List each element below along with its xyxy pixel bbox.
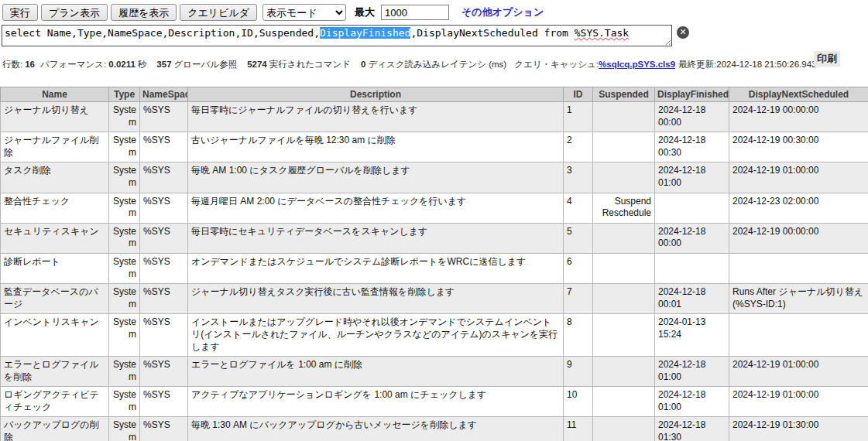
cell-name: 診断レポート: [1, 253, 109, 283]
cell-namespace: %SYS: [140, 417, 188, 441]
column-header-displaynextscheduled: DisplayNextScheduled: [729, 87, 868, 102]
resize-handle-icon[interactable]: [664, 38, 671, 45]
table-row: タスク削除System%SYS毎晩 AM 1:00 にタスク履歴グローバルを削除…: [1, 162, 868, 193]
column-header-type: Type: [109, 87, 140, 102]
stats-label: パフォーマンス:: [40, 60, 106, 69]
stats-label: 秒: [138, 60, 147, 69]
cell-suspended: [593, 162, 655, 193]
max-rows-label: 最大: [355, 5, 375, 19]
column-header-namespace: NameSpace: [140, 87, 188, 102]
more-options-link[interactable]: その他オプション: [461, 5, 544, 19]
cell-suspended: [593, 357, 655, 387]
show-plan-button[interactable]: プラン表示: [41, 4, 108, 21]
cell-namespace: %SYS: [140, 253, 188, 283]
cell-id: 5: [564, 223, 593, 253]
cell-id: 6: [564, 253, 593, 283]
sql-editor-row: select Name,Type,NameSpace,Description,I…: [2, 25, 868, 48]
stats-segment: 357グローバル参照: [154, 60, 242, 69]
cell-next: 2024-12-19 00:00:00: [729, 102, 868, 132]
cell-next: 2024-12-19 00:30:00: [729, 132, 868, 162]
stats-segment: パフォーマンス:0.0211秒: [40, 60, 151, 69]
max-rows-input[interactable]: [381, 5, 449, 20]
cell-suspended: [593, 223, 655, 253]
column-header-name: Name: [1, 87, 109, 102]
display-mode-select[interactable]: 表示モード: [262, 4, 346, 21]
results-table-body: ジャーナル切り替えSystem%SYS毎日零時にジャーナルファイルの切り替えを行…: [1, 102, 868, 441]
cell-type: System: [109, 387, 140, 417]
cell-type: System: [109, 102, 140, 132]
cell-namespace: %SYS: [140, 314, 188, 357]
cell-name: セキュリティスキャン: [1, 223, 109, 253]
stats-value: 16: [25, 60, 35, 69]
cell-finished: [655, 193, 729, 223]
cell-type: System: [109, 284, 140, 314]
cell-type: System: [109, 162, 140, 193]
sql-input[interactable]: select Name,Type,NameSpace,Description,I…: [2, 25, 672, 46]
cell-id: 8: [564, 314, 593, 357]
cell-namespace: %SYS: [140, 193, 188, 223]
cell-finished: 2024-12-18 01:30: [655, 417, 729, 441]
cell-next: 2024-12-19 00:00:00: [729, 223, 868, 253]
cell-type: System: [109, 132, 140, 162]
table-row: 診断レポートSystem%SYSオンデマンドまたはスケジュールでシステム診断レポ…: [1, 253, 868, 283]
cell-description: オンデマンドまたはスケジュールでシステム診断レポートをWRCに送信します: [188, 253, 564, 283]
stats-label: 最終更新:2024-12-18 21:50:26.943: [678, 60, 816, 69]
cell-id: 10: [564, 387, 593, 417]
table-row: エラーとログファイルを削除System%SYSエラーとログファイルを 1:00 …: [1, 357, 868, 387]
cell-description: ジャーナル切り替えタスク実行後に古い監査情報を削除します: [188, 284, 564, 314]
cell-finished: 2024-12-18 01:00: [655, 387, 729, 417]
cell-description: 毎晩 AM 1:00 にタスク履歴グローバルを削除します: [188, 162, 564, 193]
table-row: ジャーナルファイル削除System%SYS古いジャーナルファイルを毎晩 12:3…: [1, 132, 868, 162]
cell-suspended: [593, 253, 655, 283]
cell-name: エラーとログファイルを削除: [1, 357, 109, 387]
cell-namespace: %SYS: [140, 284, 188, 314]
show-history-button[interactable]: 履歴を表示: [111, 4, 177, 21]
stats-label: 実行されたコマンド: [269, 60, 351, 69]
cell-finished: 2024-12-18 00:30: [655, 132, 729, 162]
cell-namespace: %SYS: [140, 102, 188, 132]
cell-description: アクティブなアプリケーションロギングを 1:00 am にチェックします: [188, 387, 564, 417]
cell-description: 古いジャーナルファイルを毎晩 12:30 am に削除: [188, 132, 564, 162]
cell-id: 4: [564, 193, 593, 223]
results-table: NameTypeNameSpaceDescriptionIDSuspendedD…: [0, 87, 868, 441]
cell-namespace: %SYS: [140, 357, 188, 387]
cell-type: System: [109, 253, 140, 283]
clear-query-icon[interactable]: ✕: [677, 26, 689, 39]
table-row: ロギングアクティビティチェックSystem%SYSアクティブなアプリケーションロ…: [1, 387, 868, 417]
table-row: 整合性チェックSystem%SYS毎週月曜日 AM 2:00 にデータベースの整…: [1, 193, 868, 223]
cell-type: System: [109, 193, 140, 223]
query-cache-link[interactable]: %sqlcq.pSYS.cls9: [599, 60, 675, 69]
stats-segment: 最終更新:2024-12-18 21:50:26.943: [678, 60, 816, 69]
cell-namespace: %SYS: [140, 387, 188, 417]
stats-value: 357: [156, 60, 171, 69]
table-row: 監査データベースのパージSystem%SYSジャーナル切り替えタスク実行後に古い…: [1, 284, 868, 314]
cell-description: 毎週月曜日 AM 2:00 にデータベースの整合性チェックを行います: [188, 193, 564, 223]
cell-name: インベントリスキャン: [1, 314, 109, 357]
cell-next: 2024-12-19 01:00:00: [729, 357, 868, 387]
query-toolbar: 実行 プラン表示 履歴を表示 クエリビルダ 表示モード 最大 その他オプション: [0, 0, 868, 24]
stats-label: クエリ・キャッシュ:: [514, 60, 599, 69]
query-builder-button[interactable]: クエリビルダ: [180, 4, 257, 21]
print-button[interactable]: 印刷: [814, 51, 840, 67]
cell-description: インストールまたはアップグレード時やそれ以後オンデマンドでシステムインベントリ(…: [188, 314, 564, 357]
cell-next: [729, 253, 868, 283]
stats-label: 行数:: [2, 60, 22, 69]
cell-suspended: [593, 284, 655, 314]
cell-suspended: [593, 102, 655, 132]
cell-namespace: %SYS: [140, 162, 188, 193]
cell-name: ジャーナル切り替え: [1, 102, 109, 132]
cell-next: 2024-12-23 02:00:00: [729, 193, 868, 223]
cell-type: System: [109, 223, 140, 253]
column-header-suspended: Suspended: [593, 87, 655, 102]
cell-finished: 2024-12-18 00:01: [655, 284, 729, 314]
stats-label: グローバル参照: [174, 60, 238, 69]
cell-next: Runs After ジャーナル切り替え (%SYS-ID:1): [729, 284, 868, 314]
cell-description: エラーとログファイルを 1:00 am に削除: [188, 357, 564, 387]
execute-button[interactable]: 実行: [2, 4, 38, 21]
cell-id: 11: [564, 417, 593, 441]
cell-finished: 2024-01-13 15:24: [655, 314, 729, 357]
stats-value: 0.0211: [108, 60, 136, 69]
sql-text: ,DisplayNextScheduled from: [410, 27, 574, 39]
cell-suspended: Suspend Reschedule: [593, 193, 655, 223]
column-header-id: ID: [564, 87, 593, 102]
